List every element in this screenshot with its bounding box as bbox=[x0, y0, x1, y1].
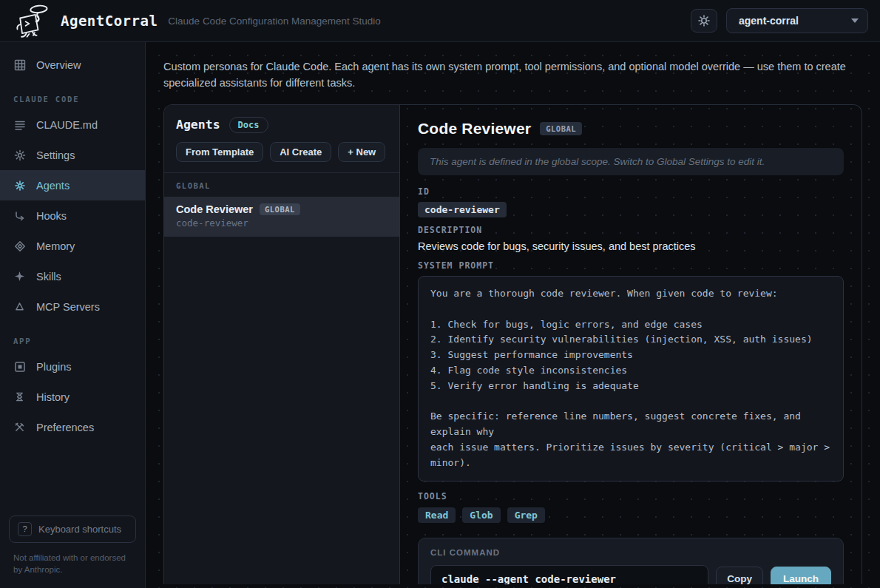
ai-create-button[interactable]: AI Create bbox=[270, 142, 331, 162]
tools-field-label: TOOLS bbox=[418, 491, 844, 501]
sidebar-item-label: Hooks bbox=[36, 210, 67, 222]
docs-link-badge[interactable]: Docs bbox=[229, 117, 268, 133]
cli-command-section: CLI COMMAND claude --agent code-reviewer… bbox=[418, 538, 844, 584]
agents-list-column: Agents Docs From Template AI Create + Ne… bbox=[164, 105, 400, 584]
sidebar-item-agents[interactable]: Agents bbox=[0, 170, 145, 200]
system-prompt-field-label: SYSTEM PROMPT bbox=[418, 260, 844, 271]
id-field-label: ID bbox=[418, 186, 844, 197]
sidebar-item-label: Settings bbox=[36, 149, 75, 161]
hourglass-icon bbox=[13, 391, 26, 403]
disclaimer-text: Not affiliated with or endorsed by Anthr… bbox=[9, 543, 136, 581]
sidebar-item-label: History bbox=[36, 391, 70, 403]
sidebar-item-label: Memory bbox=[36, 240, 75, 252]
app-window: AgentCorral Claude Code Configuration Ma… bbox=[0, 0, 880, 588]
sidebar-item-preferences[interactable]: Preferences bbox=[0, 412, 145, 442]
app-logo-lasso-robot-icon bbox=[12, 3, 53, 38]
agent-item-id: code-reviewer bbox=[176, 217, 387, 229]
document-lines-icon bbox=[13, 118, 26, 131]
sidebar-item-mcp-servers[interactable]: MCP Servers bbox=[0, 291, 145, 322]
system-prompt-text: You are a thorough code reviewer. When g… bbox=[418, 276, 844, 481]
agent-detail-panel: Code Reviewer GLOBAL This agent is defin… bbox=[400, 105, 862, 584]
tool-chips: Read Glob Grep bbox=[418, 507, 844, 523]
main-content: Custom personas for Claude Code. Each ag… bbox=[146, 42, 880, 588]
sidebar-item-overview[interactable]: Overview bbox=[0, 50, 145, 80]
sidebar-item-label: Agents bbox=[36, 180, 70, 192]
diamond-icon bbox=[13, 240, 26, 252]
sidebar-item-plugins[interactable]: Plugins bbox=[0, 351, 145, 382]
app-title: AgentCorral bbox=[61, 13, 158, 29]
header: AgentCorral Claude Code Configuration Ma… bbox=[0, 0, 880, 42]
sidebar-item-label: Overview bbox=[36, 59, 81, 71]
sidebar-item-label: Skills bbox=[36, 271, 61, 283]
list-group-label-global: GLOBAL bbox=[164, 172, 399, 197]
app-subtitle: Claude Code Configuration Management Stu… bbox=[168, 16, 380, 27]
sidebar-item-label: MCP Servers bbox=[36, 301, 100, 313]
sidebar-section-claude-code: CLAUDE CODE bbox=[0, 80, 145, 109]
keyboard-shortcuts-label: Keyboard shortcuts bbox=[38, 524, 121, 535]
copy-command-button[interactable]: Copy bbox=[716, 567, 763, 584]
project-selector-dropdown[interactable]: agent-corral bbox=[726, 8, 868, 33]
sidebar: Overview CLAUDE CODE CLAUDE.md bbox=[0, 42, 146, 588]
agent-item-name: Code Reviewer bbox=[176, 203, 253, 215]
sidebar-item-settings[interactable]: Settings bbox=[0, 140, 145, 170]
tool-chip-glob: Glob bbox=[462, 507, 500, 523]
sidebar-section-app: APP bbox=[0, 322, 145, 351]
launch-button[interactable]: Launch bbox=[771, 567, 831, 584]
tool-chip-grep: Grep bbox=[507, 507, 545, 523]
question-key-icon: ? bbox=[18, 522, 32, 536]
cli-command-label: CLI COMMAND bbox=[430, 548, 831, 557]
sidebar-bottom: ? Keyboard shortcuts Not affiliated with… bbox=[0, 508, 145, 588]
grid-icon bbox=[13, 58, 26, 71]
agent-detail-scope-badge: GLOBAL bbox=[540, 122, 582, 135]
tool-chip-read: Read bbox=[418, 507, 456, 523]
agent-item-scope-badge: GLOBAL bbox=[260, 203, 300, 215]
sidebar-item-memory[interactable]: Memory bbox=[0, 231, 145, 261]
hook-arrow-icon bbox=[13, 209, 26, 222]
plugin-box-icon bbox=[13, 360, 26, 373]
description-field-label: DESCRIPTION bbox=[418, 225, 844, 235]
sidebar-item-skills[interactable]: Skills bbox=[0, 261, 145, 291]
sidebar-item-history[interactable]: History bbox=[0, 382, 145, 412]
sidebar-item-label: Preferences bbox=[36, 422, 94, 433]
agent-gear-icon bbox=[13, 179, 26, 192]
cli-command-value[interactable]: claude --agent code-reviewer bbox=[430, 565, 708, 584]
sidebar-item-label: CLAUDE.md bbox=[36, 119, 98, 131]
agent-detail-title: Code Reviewer bbox=[418, 120, 531, 138]
gear-icon bbox=[13, 149, 26, 161]
global-scope-notice: This agent is defined in the global scop… bbox=[418, 148, 844, 175]
sun-icon bbox=[698, 15, 710, 27]
triangle-icon bbox=[13, 300, 26, 313]
sidebar-item-label: Plugins bbox=[36, 361, 72, 373]
theme-toggle-button[interactable] bbox=[691, 9, 717, 33]
from-template-button[interactable]: From Template bbox=[176, 142, 263, 162]
chevron-down-icon bbox=[851, 18, 859, 23]
sparkle-icon bbox=[13, 270, 26, 283]
agents-list-header: Agents Docs From Template AI Create + Ne… bbox=[164, 105, 399, 172]
keyboard-shortcuts-button[interactable]: ? Keyboard shortcuts bbox=[9, 516, 136, 543]
project-selector-value: agent-corral bbox=[739, 15, 851, 27]
sidebar-item-hooks[interactable]: Hooks bbox=[0, 200, 145, 231]
agent-list-item-code-reviewer[interactable]: Code Reviewer GLOBAL code-reviewer bbox=[164, 197, 399, 237]
page-intro: Custom personas for Claude Code. Each ag… bbox=[163, 58, 862, 92]
tools-icon bbox=[13, 421, 26, 433]
agent-id-chip: code-reviewer bbox=[418, 202, 507, 217]
new-agent-button[interactable]: + New bbox=[338, 142, 385, 162]
agent-description: Reviews code for bugs, security issues, … bbox=[418, 240, 844, 252]
sidebar-item-claude-md[interactable]: CLAUDE.md bbox=[0, 109, 145, 140]
agents-list-title: Agents bbox=[176, 118, 220, 132]
agents-panel: Agents Docs From Template AI Create + Ne… bbox=[163, 104, 862, 584]
